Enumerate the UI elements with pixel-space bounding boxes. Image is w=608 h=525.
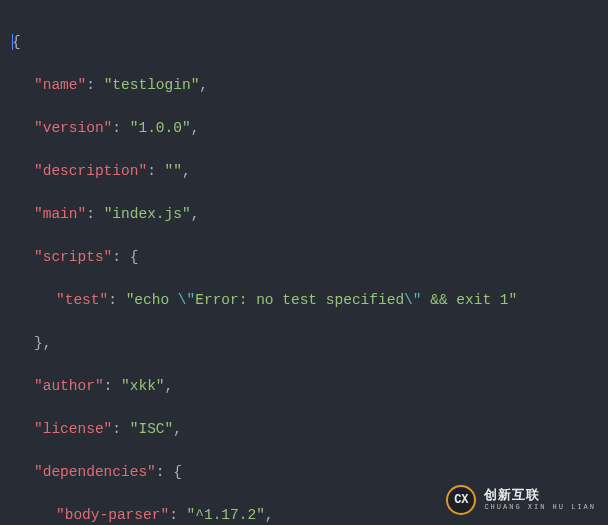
json-string: "xkk": [121, 378, 165, 394]
json-string: "testlogin": [104, 77, 200, 93]
json-key: "body-parser": [56, 507, 169, 523]
watermark-logo: CX 创新互联 CHUANG XIN HU LIAN: [446, 485, 596, 515]
json-key: "version": [34, 120, 112, 136]
json-string: "index.js": [104, 206, 191, 222]
json-string: "echo: [126, 292, 178, 308]
json-key: "main": [34, 206, 86, 222]
json-string: "ISC": [130, 421, 174, 437]
json-key: "scripts": [34, 249, 112, 265]
json-key: "dependencies": [34, 464, 156, 480]
code-line: },: [12, 333, 596, 355]
logo-subtitle: CHUANG XIN HU LIAN: [484, 504, 596, 512]
code-line: "version": "1.0.0",: [12, 118, 596, 140]
json-string: "1.0.0": [130, 120, 191, 136]
json-string: "": [165, 163, 182, 179]
code-editor[interactable]: { "name": "testlogin", "version": "1.0.0…: [0, 0, 608, 525]
code-line: "dependencies": {: [12, 462, 596, 484]
brace-open: {: [12, 34, 21, 50]
code-line: "description": "",: [12, 161, 596, 183]
code-line: "author": "xkk",: [12, 376, 596, 398]
code-line: {: [12, 32, 596, 54]
logo-icon: CX: [446, 485, 476, 515]
json-key: "author": [34, 378, 104, 394]
escape-sequence: \": [404, 292, 421, 308]
code-line: "main": "index.js",: [12, 204, 596, 226]
json-key: "license": [34, 421, 112, 437]
code-line: "test": "echo \"Error: no test specified…: [12, 290, 596, 312]
json-string: "^1.17.2": [187, 507, 265, 523]
escape-sequence: \": [178, 292, 195, 308]
code-line: "name": "testlogin",: [12, 75, 596, 97]
code-line: "license": "ISC",: [12, 419, 596, 441]
json-key: "description": [34, 163, 147, 179]
code-line: "scripts": {: [12, 247, 596, 269]
json-key: "name": [34, 77, 86, 93]
brace-close: },: [34, 335, 51, 351]
logo-title: 创新互联: [484, 489, 596, 503]
json-key: "test": [56, 292, 108, 308]
